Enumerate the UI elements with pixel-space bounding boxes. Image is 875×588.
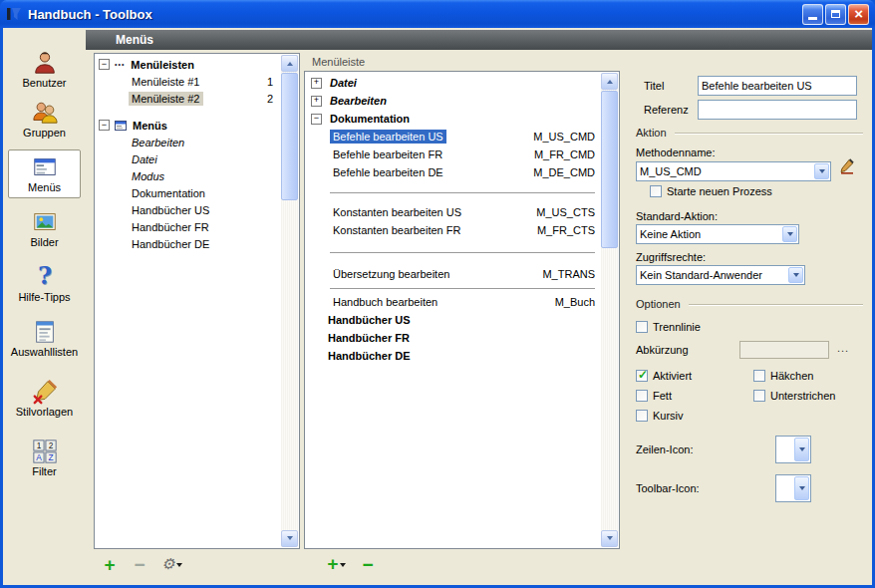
kursiv-checkbox[interactable]: Kursiv xyxy=(636,410,684,422)
menu-item-befehle-de[interactable]: Befehle bearbeiten DE M_DE_CMD xyxy=(305,163,600,181)
methodenname-label: Methodenname: xyxy=(636,147,716,158)
sidebar-item-auswahllisten[interactable]: Auswahllisten xyxy=(6,319,83,358)
titlebar[interactable]: Handbuch - Toolbox xyxy=(0,0,875,28)
abkuerzung-field[interactable] xyxy=(739,341,829,359)
tree-item-handbuecher-de[interactable]: Handbücher DE xyxy=(95,235,280,252)
sidebar-item-label: Gruppen xyxy=(23,127,66,139)
tree-node-menuleisten[interactable]: Menüleisten xyxy=(95,56,280,73)
expand-icon[interactable] xyxy=(311,96,322,107)
menu-item-handbuch[interactable]: Handbuch bearbeiten M_Buch xyxy=(305,293,600,311)
menu-icon xyxy=(32,154,58,180)
vertical-scrollbar[interactable] xyxy=(601,73,618,547)
sidebar-item-stilvorlagen[interactable]: Stilvorlagen xyxy=(6,379,83,418)
trennlinie-checkbox[interactable]: Trennlinie xyxy=(636,321,701,333)
sidebar-item-label: Stilvorlagen xyxy=(16,406,73,418)
chevron-down-icon[interactable] xyxy=(782,226,797,242)
minimize-button[interactable] xyxy=(802,4,823,25)
tree-item-menuleiste-1[interactable]: Menüleiste #1 1 xyxy=(95,73,280,90)
add-menu-item-button[interactable] xyxy=(327,554,346,574)
app-icon xyxy=(6,6,22,22)
standard-aktion-select[interactable]: Keine Aktion xyxy=(636,224,799,244)
tree-item-handbuecher-fr[interactable]: Handbücher FR xyxy=(95,218,280,235)
tree-item-bearbeiten[interactable]: Bearbeiten xyxy=(95,134,280,150)
sidebar-item-filter[interactable]: 12AZ Filter xyxy=(6,439,83,477)
zugriffsrechte-select[interactable]: Kein Standard-Anwender xyxy=(636,265,805,285)
aktiviert-checkbox[interactable]: Aktiviert xyxy=(636,370,692,382)
tree-item-dokumentation[interactable]: Dokumentation xyxy=(95,184,280,201)
abkuerzung-more-button[interactable]: ... xyxy=(837,342,849,354)
menu-node-bearbeiten[interactable]: Bearbeiten xyxy=(305,92,600,110)
scroll-down-icon[interactable] xyxy=(281,530,298,547)
menu-item-toolbar-group xyxy=(327,554,376,574)
menu-item-uebersetzung[interactable]: Übersetzung bearbeiten M_TRANS xyxy=(305,265,600,283)
checkbox-icon xyxy=(753,370,765,382)
collapse-icon[interactable] xyxy=(99,120,110,131)
menu-separator[interactable] xyxy=(305,283,600,293)
checkbox-checked-icon xyxy=(636,370,648,382)
menu-node-handbuecher-fr[interactable]: Handbücher FR xyxy=(305,329,600,347)
fett-checkbox[interactable]: Fett xyxy=(636,390,672,402)
unterstrichen-checkbox[interactable]: Unterstrichen xyxy=(753,390,835,402)
sidebar-item-gruppen[interactable]: Gruppen xyxy=(6,100,83,139)
remove-menubar-button[interactable] xyxy=(132,554,147,574)
menu-separator[interactable] xyxy=(305,181,600,203)
checkbox-icon xyxy=(636,390,648,402)
sidebar-item-benutzer[interactable]: Benutzer xyxy=(6,50,83,89)
scroll-thumb[interactable] xyxy=(601,91,618,248)
sidebar-item-bilder[interactable]: Bilder xyxy=(6,209,83,248)
zeilen-icon-dropdown[interactable] xyxy=(775,436,811,463)
scroll-up-icon[interactable] xyxy=(281,55,298,72)
starte-prozess-checkbox[interactable]: Starte neuen Prozess xyxy=(650,185,772,197)
collapse-icon[interactable] xyxy=(99,59,110,70)
close-button[interactable] xyxy=(848,4,869,25)
methodenname-select[interactable]: M_US_CMD xyxy=(636,161,831,181)
titel-field[interactable]: Befehle bearbeiten US xyxy=(698,76,857,96)
tree-item-handbuecher-us[interactable]: Handbücher US xyxy=(95,201,280,218)
section-title: Menüs xyxy=(116,33,153,47)
menu-node-datei[interactable]: Datei xyxy=(305,74,600,92)
sidebar-item-hilfe-tipps[interactable]: ?? Hilfe-Tipps xyxy=(6,264,83,303)
menu-item-befehle-us[interactable]: Befehle bearbeiten US M_US_CMD xyxy=(305,128,600,146)
chevron-down-icon[interactable] xyxy=(794,438,809,461)
tree-item-datei[interactable]: Datei xyxy=(95,150,280,167)
menu-item-konstanten-us[interactable]: Konstanten bearbeiten US M_US_CTS xyxy=(305,203,600,221)
remove-menu-item-button[interactable] xyxy=(360,554,376,574)
menu-item-konstanten-fr[interactable]: Konstanten bearbeiten FR M_FR_CTS xyxy=(305,221,600,239)
menu-node-dokumentation[interactable]: Dokumentation xyxy=(305,110,600,128)
edit-pencil-icon[interactable] xyxy=(839,158,855,174)
menu-separator[interactable] xyxy=(305,239,600,265)
chevron-down-icon[interactable] xyxy=(814,163,829,179)
referenz-field[interactable] xyxy=(698,100,857,120)
maximize-button[interactable] xyxy=(825,4,846,25)
tree-item-menuleiste-2[interactable]: Menüleiste #2 2 xyxy=(95,90,280,107)
collapse-icon[interactable] xyxy=(311,114,322,125)
tree-node-label: Menüleisten xyxy=(128,58,197,72)
vertical-scrollbar[interactable] xyxy=(281,55,298,547)
tree-node-menus[interactable]: Menüs xyxy=(95,117,280,134)
menu-item-label: Befehle bearbeiten DE xyxy=(330,165,446,179)
svg-text:?: ? xyxy=(37,264,51,290)
svg-text:2: 2 xyxy=(48,441,53,450)
scroll-thumb[interactable] xyxy=(281,73,298,200)
chevron-down-icon[interactable] xyxy=(788,267,803,283)
add-menubar-button[interactable] xyxy=(102,554,118,574)
toolbar-icon-dropdown[interactable] xyxy=(775,474,811,502)
tree-item-label: Modus xyxy=(129,169,167,183)
toolbar-icon-preview xyxy=(776,475,793,501)
sidebar-item-menus[interactable]: Menüs xyxy=(8,149,81,198)
menu-node-handbuecher-us[interactable]: Handbücher US xyxy=(305,311,600,329)
window-title: Handbuch - Toolbox xyxy=(28,7,802,22)
settings-gear-button[interactable] xyxy=(161,554,182,574)
scroll-up-icon[interactable] xyxy=(601,73,618,90)
menu-node-handbuecher-de[interactable]: Handbücher DE xyxy=(305,347,600,365)
menu-structure-panel: Menüleisten Menüleiste #1 1 Menüleiste #… xyxy=(94,53,300,549)
haekchen-checkbox[interactable]: Häkchen xyxy=(753,370,813,382)
menu-item-befehle-fr[interactable]: Befehle bearbeiten FR M_FR_CMD xyxy=(305,146,600,163)
tree-item-label: Handbücher DE xyxy=(129,237,212,251)
chevron-down-icon[interactable] xyxy=(794,476,809,500)
tree-node-label: Menüs xyxy=(130,119,170,133)
tree-item-modus[interactable]: Modus xyxy=(95,167,280,184)
scroll-down-icon[interactable] xyxy=(601,530,618,547)
expand-icon[interactable] xyxy=(311,78,322,89)
method-code: M_FR_CTS xyxy=(537,224,595,236)
